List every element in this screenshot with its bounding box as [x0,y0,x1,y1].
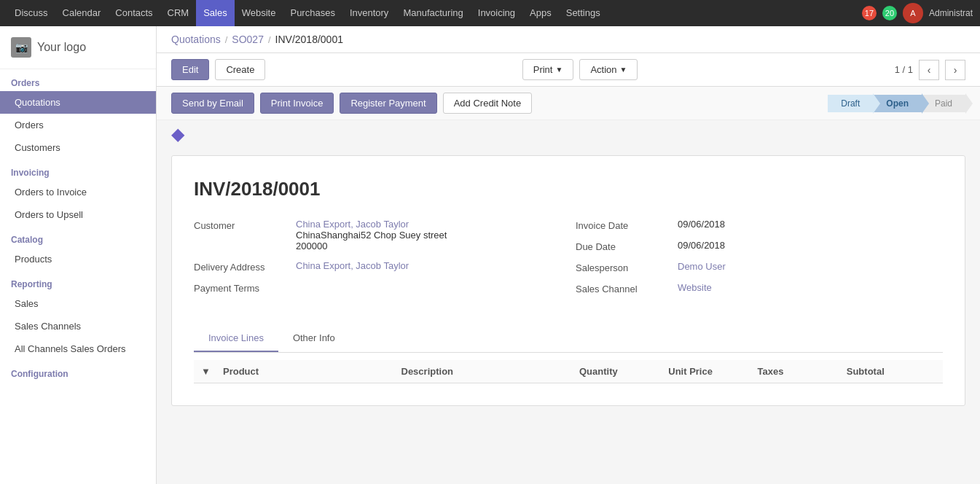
sidebar-item-customers[interactable]: Customers [0,136,156,159]
invoice-date-field-row: Invoice Date 09/06/2018 [576,219,943,231]
pagination-prev[interactable]: ‹ [919,60,939,80]
sidebar-section-reporting: Reporting Sales Sales Channels All Chann… [0,270,156,360]
invoice-date-label: Invoice Date [576,219,670,231]
tab-invoice-lines[interactable]: Invoice Lines [194,325,278,352]
sales-channel-field-row: Sales Channel Website [576,282,943,294]
breadcrumb-quotations[interactable]: Quotations [171,34,221,45]
sales-channel-label: Sales Channel [576,282,670,294]
due-date-field-row: Due Date 09/06/2018 [576,240,943,252]
customer-label: Customer [194,219,289,231]
logo-text: Your logo [37,41,86,54]
status-pipeline: Draft Open Paid [828,95,965,112]
action-button[interactable]: Action ▼ [579,59,638,80]
status-bar: Send by Email Print Invoice Register Pay… [157,87,980,120]
invoice-right-fields: Invoice Date 09/06/2018 Due Date 09/06/2… [576,219,943,303]
due-date-value: 09/06/2018 [678,240,725,251]
sidebar-item-orders-to-invoice[interactable]: Orders to Invoice [0,181,156,203]
print-invoice-button[interactable]: Print Invoice [260,93,334,114]
create-button[interactable]: Create [215,59,265,80]
tab-other-info[interactable]: Other Info [278,325,350,352]
edit-button[interactable]: Edit [171,59,209,80]
col-arrow: ▼ [201,366,223,377]
customer-postal: 200000 [296,241,447,251]
sidebar-item-all-channels[interactable]: All Channels Sales Orders [0,337,156,360]
due-date-label: Due Date [576,240,670,252]
nav-item-purchases[interactable]: Purchases [283,0,342,26]
payment-terms-field-row: Payment Terms [194,281,561,294]
sidebar-item-products[interactable]: Products [0,248,156,270]
sidebar-item-sales[interactable]: Sales [0,292,156,315]
nav-item-apps[interactable]: Apps [522,0,559,26]
notification-badge-1[interactable]: 17 [862,6,877,20]
main-content: Quotations / SO027 / INV/2018/0001 Edit … [157,26,980,484]
salesperson-label: Salesperson [576,261,670,273]
salesperson-field-row: Salesperson Demo User [576,261,943,273]
sidebar-section-catalog: Catalog Products [0,226,156,270]
print-button[interactable]: Print ▼ [522,59,574,80]
breadcrumb-so027[interactable]: SO027 [232,34,264,45]
nav-item-website[interactable]: Website [235,0,283,26]
salesperson-value[interactable]: Demo User [678,261,726,272]
customer-field-row: Customer China Export, Jacob Taylor Chin… [194,219,561,251]
pagination-next[interactable]: › [945,60,965,80]
add-credit-note-button[interactable]: Add Credit Note [443,93,533,114]
invoice-tabs: Invoice Lines Other Info [194,325,943,353]
sidebar-item-quotations[interactable]: Quotations [0,91,156,114]
customer-value: China Export, Jacob Taylor ChinaShanghai… [296,219,447,251]
col-taxes: Taxes [758,366,847,377]
invoice-left-fields: Customer China Export, Jacob Taylor Chin… [194,219,561,303]
nav-right: 17 20 A Administrat [862,3,973,23]
section-label-orders: Orders [0,69,156,91]
nav-item-contacts[interactable]: Contacts [108,0,160,26]
nav-item-settings[interactable]: Settings [559,0,608,26]
logo-icon: 📷 [11,37,31,58]
nav-item-crm[interactable]: CRM [160,0,197,26]
top-navigation: Discuss Calendar Contacts CRM Sales Webs… [0,0,980,26]
sidebar-item-orders-to-upsell[interactable]: Orders to Upsell [0,203,156,226]
section-label-catalog: Catalog [0,226,156,248]
notification-badge-2[interactable]: 20 [882,6,897,20]
sidebar: 📷 Your logo Orders Quotations Orders Cus… [0,26,157,484]
sidebar-section-orders: Orders Quotations Orders Customers [0,69,156,159]
breadcrumb-invoice: INV/2018/0001 [275,34,343,45]
status-step-draft[interactable]: Draft [828,95,873,112]
sidebar-logo: 📷 Your logo [0,26,156,69]
nav-item-calendar[interactable]: Calendar [55,0,109,26]
table-header: ▼ Product Description Quantity Unit Pric… [194,360,943,383]
section-label-invoicing: Invoicing [0,159,156,181]
admin-label: Administrat [929,8,973,18]
col-quantity: Quantity [579,366,668,377]
breadcrumb: Quotations / SO027 / INV/2018/0001 [157,26,980,53]
col-subtotal: Subtotal [847,366,936,377]
invoice-title: INV/2018/0001 [194,178,943,200]
register-payment-button[interactable]: Register Payment [340,93,436,114]
customer-address: ChinaShanghai52 Chop Suey street [296,230,447,241]
nav-item-manufacturing[interactable]: Manufacturing [396,0,470,26]
action-dropdown-arrow: ▼ [620,66,627,74]
customer-name[interactable]: China Export, Jacob Taylor [296,219,447,230]
send-by-email-button[interactable]: Send by Email [171,93,254,114]
invoice-fields: Customer China Export, Jacob Taylor Chin… [194,219,943,303]
sidebar-item-orders[interactable]: Orders [0,114,156,136]
col-product: Product [223,366,401,377]
delivery-address-label: Delivery Address [194,260,289,273]
nav-item-inventory[interactable]: Inventory [342,0,396,26]
sales-channel-value[interactable]: Website [678,282,712,293]
delivery-address-field-row: Delivery Address China Export, Jacob Tay… [194,260,561,273]
breadcrumb-sep-2: / [268,34,271,45]
invoice-date-value: 09/06/2018 [678,219,725,230]
breadcrumb-sep-1: / [225,34,228,45]
sidebar-item-sales-channels[interactable]: Sales Channels [0,315,156,337]
delivery-address-value[interactable]: China Export, Jacob Taylor [296,260,409,271]
sidebar-section-configuration: Configuration [0,360,156,382]
section-label-configuration: Configuration [0,360,156,382]
nav-item-discuss[interactable]: Discuss [7,0,55,26]
main-layout: 📷 Your logo Orders Quotations Orders Cus… [0,26,980,484]
nav-item-sales[interactable]: Sales [196,0,235,26]
col-unit-price: Unit Price [668,366,757,377]
admin-avatar[interactable]: A [903,3,923,23]
drop-icon: ◆ [171,124,184,144]
nav-item-invoicing[interactable]: Invoicing [471,0,522,26]
status-step-open[interactable]: Open [873,95,922,112]
print-dropdown-arrow: ▼ [555,66,562,74]
